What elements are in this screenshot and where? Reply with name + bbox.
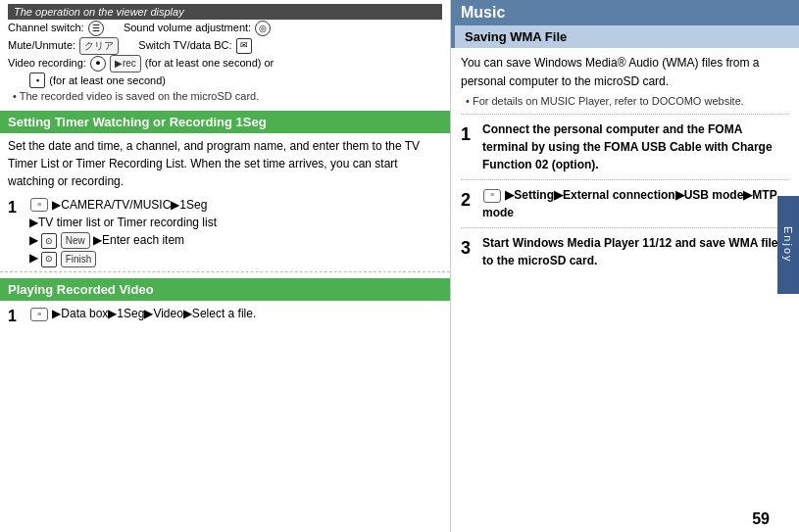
op-row3b: ▪ (for at least one second)	[8, 73, 442, 90]
music-intro: You can save Windows Media® Audio (WMA) …	[461, 54, 789, 91]
setting-timer-body: Set the date and time, a channel, and pr…	[8, 137, 442, 190]
menu-icon2: ≡	[30, 308, 48, 321]
divider3	[461, 227, 789, 228]
sound-label: Sound volume adjustment:	[124, 20, 251, 37]
music-step3-num: 3	[461, 234, 482, 263]
video-text2: (for at least one second)	[49, 73, 166, 90]
left-divider	[0, 271, 450, 272]
playing-step1-content: ≡ ▶Data box▶1Seg▶Video▶Select a file.	[29, 305, 256, 322]
video-icon2: ▪	[29, 73, 45, 88]
menu-icon1: ≡	[30, 198, 48, 212]
playing-step1-num: 1	[8, 305, 25, 328]
music-bullet: • For details on MUSIC Player, refer to …	[461, 94, 789, 109]
music-step3-text: Start Windows Media Player 11/12 and sav…	[482, 234, 789, 269]
video-text1: (for at least one second) or	[145, 55, 274, 73]
music-step1-text: Connect the personal computer and the FO…	[482, 121, 789, 173]
op-row1: Channel switch: ☰ Sound volume adjustmen…	[8, 20, 442, 37]
music-step3: 3 Start Windows Media Player 11/12 and s…	[461, 234, 789, 269]
finish-btn: Finish	[61, 251, 97, 267]
sound-icon: ◎	[255, 21, 271, 36]
saving-header: Saving WMA File	[451, 25, 799, 48]
playing-step1: 1 ≡ ▶Data box▶1Seg▶Video▶Select a file.	[8, 305, 442, 328]
video-label: Video recording:	[8, 55, 86, 73]
enjoy-tab: Enjoy	[777, 196, 799, 294]
playing-video-header: Playing Recorded Video	[0, 278, 450, 301]
step1-circle-icon: ⊙	[41, 233, 57, 249]
music-step2-content: ≡ ▶Setting▶External connection▶USB mode▶…	[482, 186, 789, 221]
step1-circle-icon2: ⊙	[41, 252, 57, 267]
step1-line4: ▶ ⊙ Finish	[29, 249, 217, 267]
step1-content: ≡ ▶CAMERA/TV/MUSIC▶1Seg ▶TV timer list o…	[29, 196, 217, 268]
music-step1-num: 1	[461, 121, 482, 149]
step1-line1: ≡ ▶CAMERA/TV/MUSIC▶1Seg	[29, 196, 217, 214]
playing-step1-line1: ≡ ▶Data box▶1Seg▶Video▶Select a file.	[29, 305, 256, 322]
right-col: Music Saving WMA File You can save Windo…	[451, 0, 799, 532]
music-step2-num: 2	[461, 186, 482, 215]
op-row3: Video recording: ● ▶rec (for at least on…	[8, 55, 442, 73]
channel-label: Channel switch:	[8, 20, 84, 37]
music-step1: 1 Connect the personal computer and the …	[461, 121, 789, 173]
right-content: You can save Windows Media® Audio (WMA) …	[451, 48, 799, 281]
switch-icon: ✉	[236, 38, 252, 54]
top-bar-text: The operation on the viewer display	[14, 6, 184, 18]
divider1	[461, 114, 789, 115]
top-bar: The operation on the viewer display	[8, 4, 442, 20]
music-header: Music	[451, 0, 799, 25]
step1-num: 1	[8, 196, 25, 219]
switch-label: Switch TV/data BC:	[138, 37, 231, 55]
op-row2: Mute/Unmute: クリア Switch TV/data BC: ✉	[8, 37, 442, 55]
channel-icon: ☰	[88, 21, 104, 36]
mute-label: Mute/Unmute:	[8, 37, 75, 55]
new-btn: New	[61, 232, 90, 249]
mute-btn: クリア	[79, 37, 119, 55]
setting-timer-header: Setting Timer Watching or Recording 1Seg	[0, 111, 450, 133]
music-step2: 2 ≡ ▶Setting▶External connection▶USB mod…	[461, 186, 789, 221]
menu-icon3: ≡	[483, 189, 501, 203]
setting-step1: 1 ≡ ▶CAMERA/TV/MUSIC▶1Seg ▶TV timer list…	[8, 196, 442, 268]
page-number: 59	[752, 510, 770, 528]
step1-line2: ▶TV timer list or Timer recording list	[29, 214, 217, 231]
operation-section: Channel switch: ☰ Sound volume adjustmen…	[8, 20, 442, 105]
video-rec-btn: ▶rec	[110, 55, 141, 73]
step1-line3: ▶ ⊙ New ▶Enter each item	[29, 231, 217, 250]
video-icon1: ●	[90, 56, 106, 72]
divider2	[461, 179, 789, 180]
op-bullet: • The recorded video is saved on the mic…	[8, 89, 442, 104]
